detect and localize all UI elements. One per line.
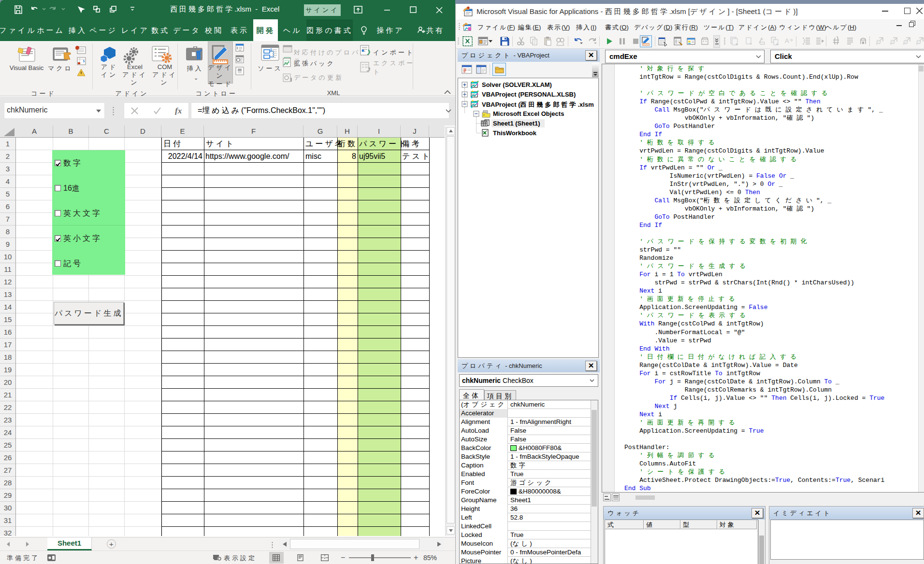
- svg-text:A: A: [785, 37, 789, 44]
- svg-text:fx: fx: [175, 107, 182, 115]
